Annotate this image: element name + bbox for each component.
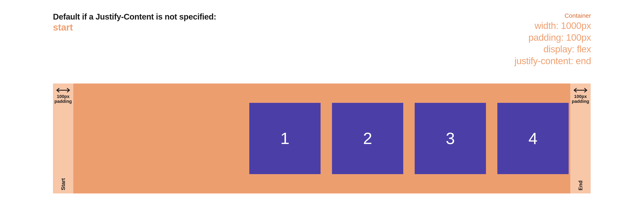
flex-item: 4 xyxy=(497,103,569,174)
flex-item-number: 1 xyxy=(280,129,290,148)
container-props-label: Container xyxy=(514,12,591,19)
heading-title: Default if a Justify-Content is not spec… xyxy=(53,12,216,22)
heading-left: Default if a Justify-Content is not spec… xyxy=(53,12,216,33)
container-prop-line: padding: 100px xyxy=(514,32,591,44)
flex-item: 3 xyxy=(415,103,486,174)
padding-label: padding xyxy=(53,99,73,104)
flex-content-area: 1 2 3 4 xyxy=(73,84,570,194)
container-prop-line: width: 1000px xyxy=(514,20,591,32)
end-side-label: End xyxy=(578,180,584,190)
flex-demo-container: 100px padding Start 1 2 3 4 100px paddin… xyxy=(53,84,591,194)
padding-size-label: 100px xyxy=(53,94,73,99)
padding-label: padding xyxy=(570,99,591,104)
flex-item: 2 xyxy=(332,103,403,174)
padding-size-label: 100px xyxy=(570,94,591,99)
horizontal-arrow-icon xyxy=(56,87,70,93)
horizontal-arrow-icon xyxy=(573,87,588,93)
padding-indicator: 100px padding xyxy=(53,84,73,104)
container-props: Container width: 1000px padding: 100px d… xyxy=(514,12,591,67)
flex-item-number: 4 xyxy=(528,129,538,148)
flex-item-number: 2 xyxy=(363,129,372,148)
container-prop-line: justify-content: end xyxy=(514,55,591,67)
padding-indicator: 100px padding xyxy=(570,84,591,104)
flex-item: 1 xyxy=(249,103,320,174)
heading-default-value: start xyxy=(53,22,216,33)
padding-zone-start: 100px padding Start xyxy=(53,84,73,194)
start-side-label: Start xyxy=(60,178,66,190)
flex-item-number: 3 xyxy=(446,129,455,148)
container-prop-line: display: flex xyxy=(514,44,591,55)
padding-zone-end: 100px padding End xyxy=(570,84,591,194)
heading-area: Default if a Justify-Content is not spec… xyxy=(53,12,591,67)
